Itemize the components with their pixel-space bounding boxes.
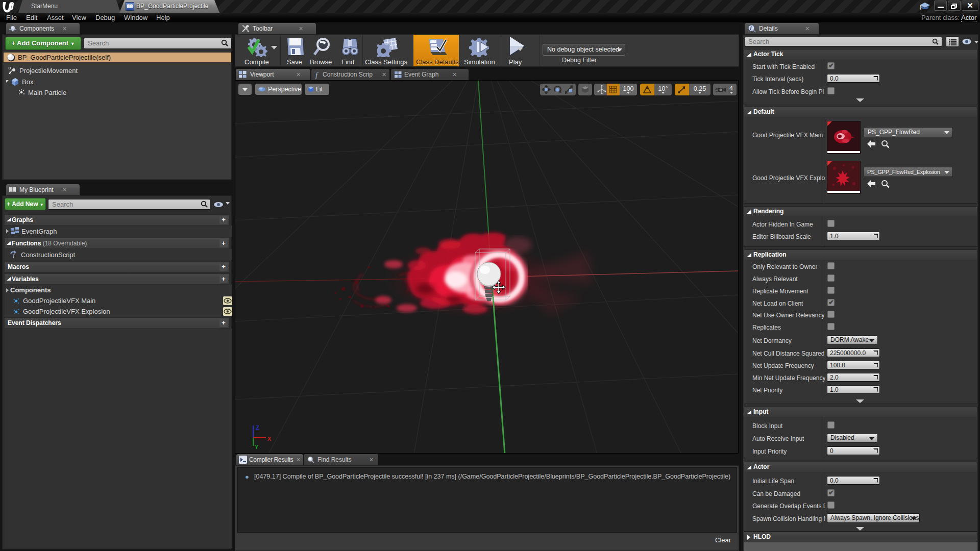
svg-text:f: f [13, 252, 15, 259]
svg-text:Y: Y [255, 444, 259, 450]
svg-text:Z: Z [256, 424, 259, 431]
svg-text:i: i [750, 26, 752, 31]
svg-text:X: X [267, 436, 272, 442]
